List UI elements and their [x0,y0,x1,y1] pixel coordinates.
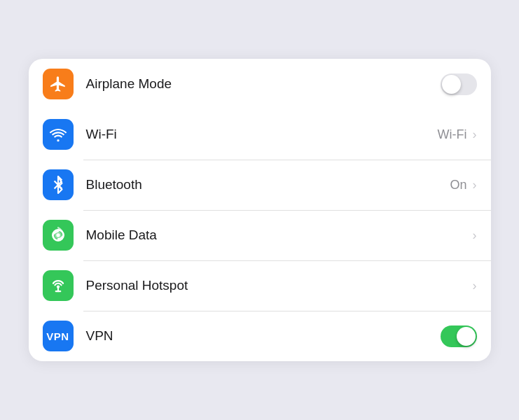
wifi-icon-wrap [43,119,74,150]
wifi-chevron-icon: › [473,127,477,142]
bluetooth-label: Bluetooth [86,177,450,192]
settings-row-mobile-data[interactable]: Mobile Data› [29,210,491,260]
wifi-right: Wi-Fi› [438,127,477,142]
settings-row-airplane-mode[interactable]: Airplane Mode [29,59,491,109]
mobile-data-label: Mobile Data [86,227,471,243]
settings-card: Airplane Mode Wi-FiWi-Fi› BluetoothOn› M… [29,59,491,361]
bluetooth-value: On [450,178,466,192]
vpn-right [441,326,477,347]
mobile-data-icon-wrap [43,220,74,251]
settings-row-vpn[interactable]: VPNVPN [29,311,491,361]
wifi-value: Wi-Fi [438,127,467,142]
airplane-mode-toggle[interactable] [441,74,477,95]
personal-hotspot-right: › [471,279,477,293]
vpn-icon-wrap: VPN [43,321,74,351]
airplane-mode-toggle-knob [442,75,461,94]
airplane-mode-right [441,74,477,95]
bluetooth-icon-wrap [43,169,74,200]
mobile-data-right: › [471,228,477,243]
settings-row-wifi[interactable]: Wi-FiWi-Fi› [29,109,491,160]
vpn-label: VPN [86,328,441,344]
vpn-text-label: VPN [46,330,69,342]
bluetooth-right: On› [450,178,476,192]
vpn-toggle[interactable] [441,326,477,347]
personal-hotspot-chevron-icon: › [473,279,477,293]
airplane-mode-label: Airplane Mode [86,76,441,92]
airplane-icon-wrap [43,69,74,99]
bluetooth-chevron-icon: › [473,178,477,192]
vpn-toggle-knob [457,327,476,346]
svg-point-1 [56,233,60,237]
settings-row-bluetooth[interactable]: BluetoothOn› [29,160,491,210]
personal-hotspot-label: Personal Hotspot [86,278,471,293]
mobile-data-chevron-icon: › [473,228,477,243]
wifi-label: Wi-Fi [86,127,438,142]
settings-row-personal-hotspot[interactable]: Personal Hotspot› [29,260,491,311]
hotspot-icon-wrap [43,270,74,301]
